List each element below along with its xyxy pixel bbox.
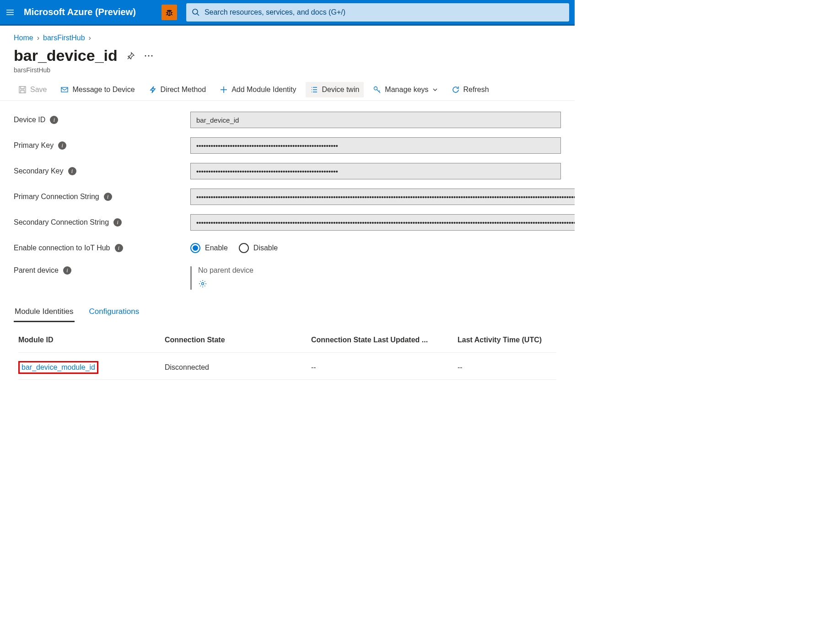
mail-icon (60, 86, 69, 94)
svg-point-1 (193, 9, 198, 14)
detail-tabs: Module Identities Configurations (0, 290, 575, 322)
breadcrumb: Home › barsFirstHub › (0, 26, 575, 45)
info-icon[interactable]: i (50, 116, 58, 124)
conn-updated-cell: -- (311, 363, 458, 372)
chevron-right-icon: › (89, 34, 91, 42)
info-icon[interactable]: i (58, 141, 66, 150)
disable-text: Disable (253, 244, 278, 252)
radio-unselected-icon (239, 243, 249, 253)
svg-point-4 (151, 55, 152, 56)
device-details-form: Device ID i bar_device_id Primary Key i … (0, 101, 575, 290)
direct-method-button[interactable]: Direct Method (144, 82, 211, 97)
save-label: Save (30, 86, 47, 94)
svg-rect-6 (61, 87, 68, 92)
gear-icon (198, 279, 207, 288)
search-input[interactable] (205, 8, 564, 16)
device-twin-button[interactable]: Device twin (306, 82, 364, 97)
search-icon (192, 8, 200, 16)
device-id-value[interactable]: bar_device_id (190, 112, 561, 128)
info-icon[interactable]: i (113, 218, 122, 227)
hamburger-icon (5, 8, 15, 17)
brand-label[interactable]: Microsoft Azure (Preview) (24, 7, 136, 17)
svg-point-8 (202, 283, 204, 285)
info-icon[interactable]: i (63, 266, 71, 275)
table-row: bar_device_module_id Disconnected -- -- (18, 353, 556, 380)
save-button[interactable]: Save (14, 82, 51, 97)
module-id-link[interactable]: bar_device_module_id (18, 361, 98, 374)
azure-top-header: Microsoft Azure (Preview) (0, 0, 575, 26)
bug-report-button[interactable] (162, 5, 177, 20)
message-to-device-button[interactable]: Message to Device (56, 82, 139, 97)
info-icon[interactable]: i (68, 167, 76, 175)
last-activity-cell: -- (458, 363, 556, 372)
message-label: Message to Device (72, 86, 135, 94)
breadcrumb-home[interactable]: Home (14, 34, 33, 42)
plus-icon (220, 86, 228, 94)
device-twin-label: Device twin (322, 86, 360, 94)
ellipsis-icon (144, 54, 153, 57)
command-toolbar: Save Message to Device Direct Method Add… (0, 74, 575, 101)
disable-option[interactable]: Disable (239, 243, 278, 253)
refresh-label: Refresh (463, 86, 489, 94)
manage-keys-button[interactable]: Manage keys (368, 82, 442, 97)
page-title: bar_device_id (14, 47, 118, 65)
primary-key-label: Primary Key (14, 141, 54, 150)
parent-device-label: Parent device (14, 266, 59, 275)
module-identities-table: Module ID Connection State Connection St… (0, 322, 575, 389)
parent-device-value: No parent device (198, 266, 253, 275)
enable-option[interactable]: Enable (190, 243, 228, 253)
secondary-key-value[interactable]: ••••••••••••••••••••••••••••••••••••••••… (190, 163, 561, 179)
lightning-icon (149, 86, 157, 94)
pin-button[interactable] (127, 52, 135, 60)
primary-key-value[interactable]: ••••••••••••••••••••••••••••••••••••••••… (190, 137, 561, 154)
enable-iot-label: Enable connection to IoT Hub (14, 244, 110, 252)
pin-icon (127, 52, 135, 60)
device-id-label: Device ID (14, 116, 45, 124)
menu-button[interactable] (5, 8, 15, 17)
info-icon[interactable]: i (104, 193, 112, 201)
conn-state-cell: Disconnected (165, 363, 311, 372)
key-icon (373, 86, 381, 94)
save-icon (18, 86, 27, 94)
col-connection-state[interactable]: Connection State (165, 336, 311, 344)
svg-point-2 (145, 55, 146, 56)
breadcrumb-hub[interactable]: barsFirstHub (43, 34, 85, 42)
tab-module-identities[interactable]: Module Identities (14, 303, 75, 322)
primary-conn-label: Primary Connection String (14, 193, 99, 201)
page-header: bar_device_id barsFirstHub (0, 45, 575, 74)
chevron-right-icon: › (37, 34, 39, 42)
more-button[interactable] (144, 54, 153, 57)
svg-point-7 (374, 87, 377, 90)
enable-text: Enable (205, 244, 228, 252)
svg-rect-5 (19, 86, 26, 93)
secondary-conn-value[interactable]: ••••••••••••••••••••••••••••••••••••••••… (190, 214, 575, 231)
col-last-activity[interactable]: Last Activity Time (UTC) (458, 336, 556, 344)
direct-method-label: Direct Method (161, 86, 206, 94)
add-module-identity-button[interactable]: Add Module Identity (215, 82, 301, 97)
configure-parent-button[interactable] (198, 279, 207, 290)
col-conn-updated[interactable]: Connection State Last Updated ... (311, 336, 458, 344)
add-module-label: Add Module Identity (232, 86, 296, 94)
secondary-conn-label: Secondary Connection String (14, 218, 109, 227)
radio-selected-icon (190, 243, 200, 253)
manage-keys-label: Manage keys (385, 86, 428, 94)
secondary-key-label: Secondary Key (14, 167, 64, 175)
enable-iot-radio-group: Enable Disable (190, 243, 561, 253)
tab-configurations[interactable]: Configurations (88, 303, 140, 322)
refresh-button[interactable]: Refresh (447, 82, 494, 97)
global-search[interactable] (186, 3, 569, 22)
table-header: Module ID Connection State Connection St… (18, 336, 556, 353)
bug-icon (165, 8, 174, 17)
chevron-down-icon (432, 87, 438, 92)
svg-point-3 (148, 55, 149, 56)
info-icon[interactable]: i (115, 244, 123, 252)
page-subtitle: barsFirstHub (14, 66, 561, 74)
list-icon (310, 86, 318, 94)
primary-conn-value[interactable]: ••••••••••••••••••••••••••••••••••••••••… (190, 189, 575, 205)
col-module-id[interactable]: Module ID (18, 336, 165, 344)
refresh-icon (452, 86, 460, 94)
